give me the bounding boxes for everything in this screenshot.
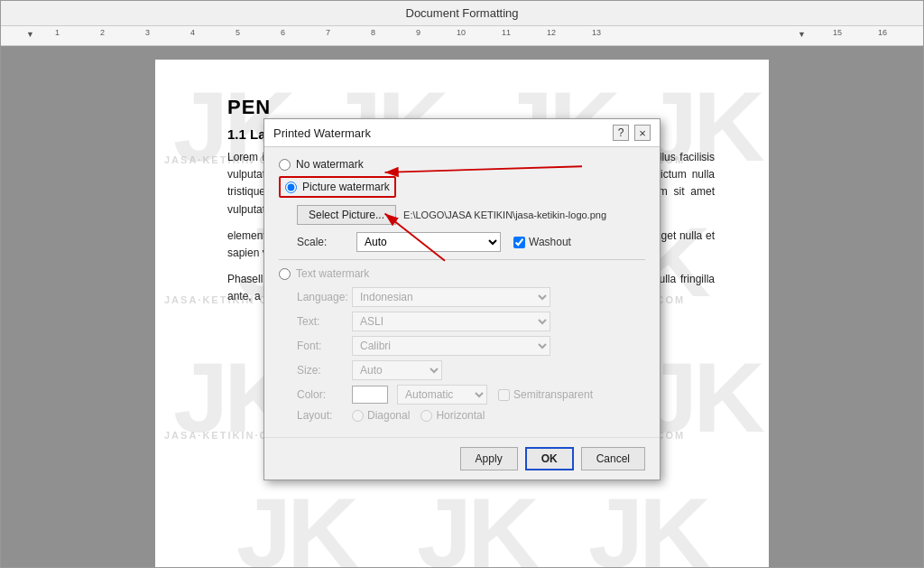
scale-label: Scale: [297, 236, 351, 248]
color-label: Color: [297, 388, 346, 401]
text-row: Text: ASLI [297, 312, 645, 331]
dialog-overlay: Printed Watermark ? × No watermark [1, 46, 923, 567]
ruler-mark: 11 [502, 28, 511, 37]
diagonal-label: Diagonal [367, 409, 410, 422]
color-row: Color: Automatic Semitransparent [297, 385, 645, 405]
layout-row: Layout: Diagonal Horizontal [297, 409, 645, 422]
scale-select[interactable]: Auto [356, 232, 501, 252]
dialog-titlebar: Printed Watermark ? × [264, 119, 660, 147]
font-select: Calibri [352, 336, 550, 356]
size-row: Size: Auto [297, 360, 645, 380]
window-title: Document Formatting [406, 6, 519, 20]
no-watermark-label[interactable]: No watermark [296, 158, 364, 171]
ruler-mark: 9 [416, 28, 420, 37]
size-select: Auto [352, 360, 442, 380]
text-watermark-row: Text watermark [279, 267, 645, 280]
ruler-mark: 13 [592, 28, 601, 37]
picture-watermark-label[interactable]: Picture watermark [302, 181, 390, 193]
washout-checkbox-label[interactable]: Washout [513, 236, 571, 248]
main-window: Document Formatting ▼ 1 2 3 4 5 6 7 8 9 … [0, 0, 924, 568]
text-watermark-radio[interactable] [279, 268, 291, 280]
layout-options: Diagonal Horizontal [352, 409, 485, 422]
language-row: Language: Indonesian [297, 287, 645, 307]
scale-row: Scale: Auto Washout [297, 232, 645, 252]
washout-checkbox[interactable] [513, 237, 525, 248]
text-watermark-fields: Language: Indonesian Text: ASLI [297, 287, 645, 422]
ruler-mark: 4 [190, 28, 195, 37]
dialog-controls: ? × [613, 125, 651, 141]
picture-watermark-box: Picture watermark [279, 176, 396, 198]
select-picture-row: Select Picture... E:\LOGO\JASA KETIKIN\j… [297, 205, 645, 225]
horizontal-option: Horizontal [420, 409, 485, 422]
semitransparent-label: Semitransparent [498, 388, 593, 401]
dialog-body: No watermark Picture watermark Select Pi… [264, 147, 660, 437]
printed-watermark-dialog: Printed Watermark ? × No watermark [263, 118, 661, 480]
ruler-mark: 2 [100, 28, 105, 37]
washout-label: Washout [529, 236, 571, 248]
color-select: Automatic [397, 385, 487, 405]
ruler-mark: 10 [457, 28, 466, 37]
ok-button[interactable]: OK [525, 447, 574, 470]
diagonal-option: Diagonal [352, 409, 410, 422]
ruler-mark: 5 [236, 28, 240, 37]
horizontal-radio [420, 410, 432, 422]
semitransparent-checkbox [498, 389, 510, 401]
language-select: Indonesian [352, 287, 550, 307]
no-watermark-radio[interactable] [279, 159, 291, 171]
color-swatch [352, 386, 388, 404]
language-label: Language: [297, 291, 346, 303]
doc-area: JK JK JK JK JASA·KETIKIN·COM JASA·KETIKI… [1, 46, 923, 567]
title-bar: Document Formatting [1, 1, 923, 26]
font-row: Font: Calibri [297, 336, 645, 356]
ruler-mark: 12 [547, 28, 556, 37]
layout-label: Layout: [297, 409, 346, 422]
text-select: ASLI [352, 312, 550, 331]
picture-path: E:\LOGO\JASA KETIKIN\jasa-ketikin-logo.p… [403, 210, 606, 220]
ruler-mark: 3 [145, 28, 150, 37]
separator-1 [279, 259, 645, 260]
select-picture-button[interactable]: Select Picture... [297, 205, 396, 225]
dialog-help-button[interactable]: ? [613, 125, 629, 141]
diagonal-radio [352, 410, 364, 422]
ruler-mark: 8 [371, 28, 375, 37]
size-label: Size: [297, 364, 346, 377]
ruler-mark: 16 [878, 28, 887, 37]
horizontal-label: Horizontal [436, 409, 485, 422]
ruler-mark: 6 [281, 28, 285, 37]
no-watermark-row: No watermark [279, 158, 645, 171]
dialog-footer: Apply OK Cancel [264, 437, 660, 480]
dialog-close-button[interactable]: × [634, 125, 651, 141]
ruler-mark: 1 [55, 28, 60, 37]
semitransparent-text: Semitransparent [513, 388, 593, 401]
dialog-title: Printed Watermark [273, 126, 371, 140]
ruler-marks: ▼ 1 2 3 4 5 6 7 8 9 10 11 12 13 ▼ 15 16 [10, 26, 914, 45]
apply-button[interactable]: Apply [460, 447, 518, 470]
text-watermark-label[interactable]: Text watermark [296, 267, 369, 280]
ruler: ▼ 1 2 3 4 5 6 7 8 9 10 11 12 13 ▼ 15 16 [1, 26, 923, 46]
cancel-button[interactable]: Cancel [581, 447, 645, 470]
picture-watermark-radio[interactable] [285, 182, 297, 193]
ruler-mark: 15 [833, 28, 842, 37]
font-label: Font: [297, 340, 346, 352]
ruler-mark: 7 [326, 28, 330, 37]
text-label: Text: [297, 315, 346, 328]
